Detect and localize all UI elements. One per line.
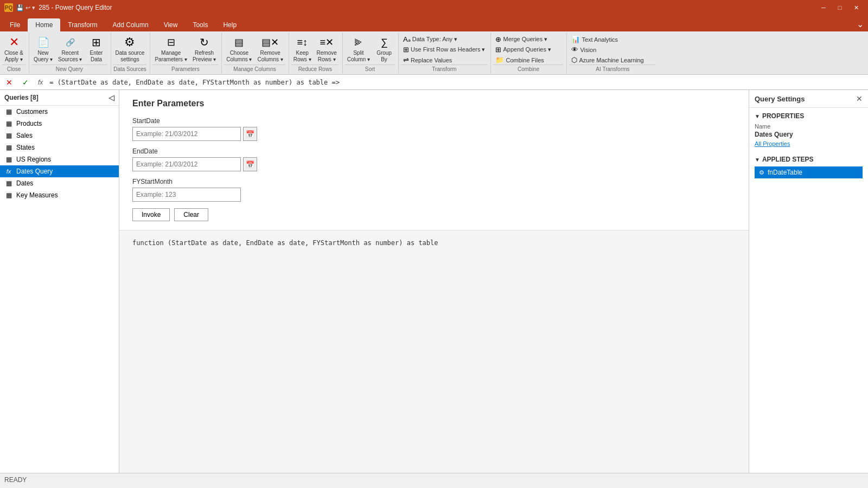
clear-button[interactable]: Clear (174, 208, 208, 221)
remove-rows-label: RemoveRows ▾ (317, 50, 337, 63)
queries-collapse-button[interactable]: ◁ (108, 93, 114, 102)
tab-home[interactable]: Home (28, 18, 60, 31)
formula-confirm-button[interactable]: ✓ (20, 76, 31, 88)
query-icon-products: ▦ (4, 120, 13, 127)
query-icon-customers: ▦ (4, 108, 13, 115)
manage-parameters-icon: ⊟ (163, 35, 178, 50)
ribbon-group-label-new-query: New Query (31, 65, 107, 73)
query-settings-header: Query Settings ✕ (749, 90, 868, 108)
choose-columns-button[interactable]: ▤ ChooseColumns ▾ (224, 34, 254, 64)
data-source-settings-button[interactable]: ⚙ Data sourcesettings (113, 34, 147, 64)
ribbon-group-label-query: Manage Columns (224, 65, 285, 73)
minimize-button[interactable]: ─ (816, 2, 831, 13)
ribbon-group-label-parameters: Parameters (152, 65, 218, 73)
choose-columns-label: ChooseColumns ▾ (226, 50, 252, 63)
vision-button[interactable]: 👁 Vision (569, 45, 598, 54)
split-column-button[interactable]: ⫸ SplitColumn ▾ (345, 34, 372, 64)
qs-applied-steps-section: ▼ APPLIED STEPS ⚙ fnDateTable (749, 151, 868, 184)
maximize-button[interactable]: □ (832, 2, 847, 13)
enddate-calendar-button[interactable]: 📅 (243, 157, 257, 171)
data-source-settings-label: Data sourcesettings (116, 50, 145, 63)
title-bar-title: 285 - Power Query Editor (39, 4, 112, 11)
all-properties-link[interactable]: All Properties (755, 140, 863, 147)
choose-columns-icon: ▤ (232, 35, 247, 50)
data-type-button[interactable]: Aₐ Data Type: Any ▾ (401, 35, 459, 44)
form-title: Enter Parameters (132, 99, 736, 108)
azure-ml-button[interactable]: ⬡ Azure Machine Learning (569, 55, 646, 65)
group-by-button[interactable]: ∑ GroupBy (373, 34, 395, 64)
query-item-states[interactable]: ▦ States (0, 142, 119, 153)
combine-files-label: Combine Files (506, 57, 544, 63)
query-item-dates-query[interactable]: fx Dates Query (0, 165, 119, 177)
ribbon-group-label-close: Close (2, 65, 25, 73)
tab-add-column[interactable]: Add Column (105, 18, 156, 31)
query-icon-dates-query: fx (4, 168, 13, 175)
query-item-key-measures[interactable]: ▦ Key Measures (0, 189, 119, 201)
new-query-button[interactable]: 📄 NewQuery ▾ (31, 34, 55, 64)
new-query-label: NewQuery ▾ (34, 50, 53, 63)
query-item-dates[interactable]: ▦ Dates (0, 177, 119, 189)
startdate-calendar-button[interactable]: 📅 (243, 127, 257, 141)
split-column-label: SplitColumn ▾ (347, 50, 370, 63)
tab-tools[interactable]: Tools (185, 18, 215, 31)
tab-help[interactable]: Help (215, 18, 244, 31)
query-label-sales: Sales (16, 132, 33, 139)
replace-values-label: Replace Values (411, 57, 452, 63)
keep-rows-icon: ≡↕ (295, 35, 310, 50)
recent-sources-icon: 🔗 (62, 35, 78, 50)
startdate-input[interactable] (132, 127, 241, 141)
remove-rows-button[interactable]: ≡✕ RemoveRows ▾ (315, 34, 339, 64)
enter-data-button[interactable]: ⊞ EnterData (86, 34, 107, 64)
applied-step-fndatetable[interactable]: ⚙ fnDateTable (755, 166, 863, 178)
query-item-us-regions[interactable]: ▦ US Regions (0, 153, 119, 165)
query-item-customers[interactable]: ▦ Customers (0, 106, 119, 118)
fystartmonth-input[interactable] (132, 188, 241, 202)
combine-files-button[interactable]: 📁 Combine Files (493, 55, 546, 65)
text-analytics-button[interactable]: 📊 Text Analytics (569, 35, 620, 44)
remove-columns-button[interactable]: ▤✕ RemoveColumns ▾ (256, 34, 285, 64)
qs-applied-steps-label: APPLIED STEPS (762, 156, 814, 163)
recent-sources-button[interactable]: 🔗 RecentSources ▾ (56, 34, 84, 64)
query-settings-close-button[interactable]: ✕ (856, 94, 863, 103)
query-label-dates-query: Dates Query (16, 168, 53, 175)
append-queries-button[interactable]: ⊞ Append Queries ▾ (493, 45, 553, 54)
ribbon-group-data-sources: ⚙ Data sourcesettings Data Sources (111, 33, 151, 73)
query-item-sales[interactable]: ▦ Sales (0, 130, 119, 142)
query-label-key-measures: Key Measures (16, 191, 58, 199)
replace-values-icon: ⇌ (403, 56, 409, 64)
close-button[interactable]: ✕ (848, 2, 864, 13)
function-display: function (StartDate as date, EndDate as … (119, 230, 749, 255)
formula-input[interactable] (49, 79, 865, 86)
query-item-products[interactable]: ▦ Products (0, 118, 119, 130)
qs-properties-label: PROPERTIES (762, 112, 804, 120)
replace-values-button[interactable]: ⇌ Replace Values (401, 55, 454, 65)
param-group-startdate: StartDate 📅 (132, 117, 736, 141)
manage-parameters-button[interactable]: ⊟ ManageParameters ▾ (152, 34, 189, 64)
status-text: READY (4, 476, 27, 484)
close-apply-button[interactable]: ✕ Close &Apply ▾ (2, 34, 25, 64)
title-bar: PQ 💾 ↩ ▾ 285 - Power Query Editor ─ □ ✕ (0, 0, 868, 15)
tab-view[interactable]: View (156, 18, 186, 31)
qs-applied-steps-header: ▼ APPLIED STEPS (755, 156, 863, 163)
enddate-input[interactable] (132, 157, 241, 171)
invoke-button[interactable]: Invoke (132, 208, 170, 221)
formula-cancel-button[interactable]: ✕ (3, 76, 15, 88)
query-settings-title: Query Settings (755, 95, 805, 103)
tab-transform[interactable]: Transform (60, 18, 105, 31)
query-settings-panel: Query Settings ✕ ▼ PROPERTIES Name Dates… (749, 90, 868, 473)
ribbon-group-parameters: ⊟ ManageParameters ▾ ↻ RefreshPreview ▾ … (150, 33, 222, 73)
merge-queries-button[interactable]: ⊕ Merge Queries ▾ (493, 35, 550, 44)
formula-fx-label: fx (36, 79, 45, 86)
ribbon-expand-button[interactable]: ⌄ (852, 17, 868, 31)
keep-rows-button[interactable]: ≡↕ KeepRows ▾ (291, 34, 314, 64)
query-label-products: Products (16, 120, 42, 127)
param-input-row-enddate: 📅 (132, 157, 736, 171)
tab-file[interactable]: File (2, 18, 28, 31)
refresh-preview-button[interactable]: ↻ RefreshPreview ▾ (190, 34, 218, 64)
app-icon: PQ (4, 3, 13, 12)
ribbon-group-ai-transforms: 📊 Text Analytics 👁 Vision ⬡ Azure Machin… (567, 33, 659, 73)
vision-label: Vision (580, 47, 596, 53)
first-row-headers-button[interactable]: ⊞ Use First Row as Headers ▾ (401, 45, 487, 54)
close-apply-label: Close &Apply ▾ (4, 50, 23, 63)
queries-title: Queries [8] (4, 94, 39, 101)
